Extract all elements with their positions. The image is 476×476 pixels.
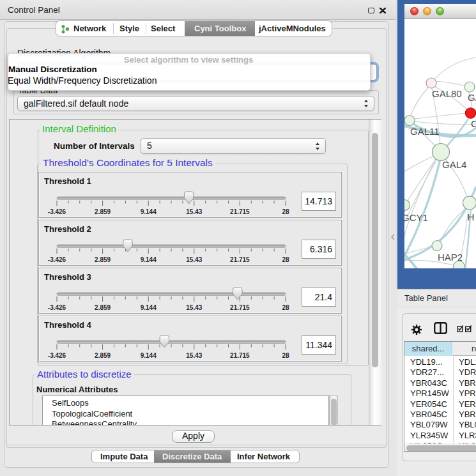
svg-text:GA: GA	[468, 92, 476, 103]
svg-text:GAL80: GAL80	[432, 88, 462, 99]
svg-text:GAL4: GAL4	[442, 159, 466, 170]
svg-text:HAP2: HAP2	[438, 252, 463, 263]
svg-text:CD: CD	[471, 118, 476, 129]
svg-text:GCY1: GCY1	[404, 212, 428, 223]
svg-text:H: H	[468, 211, 475, 222]
svg-text:GAL11: GAL11	[410, 126, 440, 137]
